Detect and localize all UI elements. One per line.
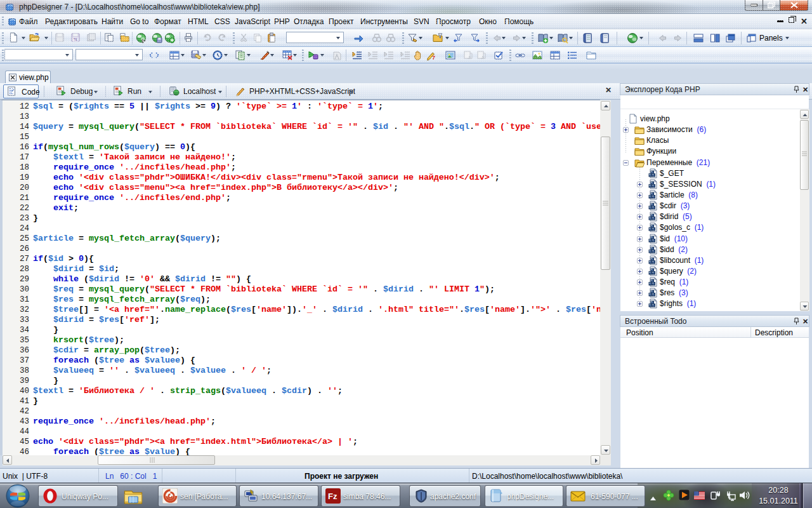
svg-text:7: 7 [432,55,435,61]
svg-text:Fz: Fz [328,491,337,501]
svg-text:TE: TE [73,37,77,41]
